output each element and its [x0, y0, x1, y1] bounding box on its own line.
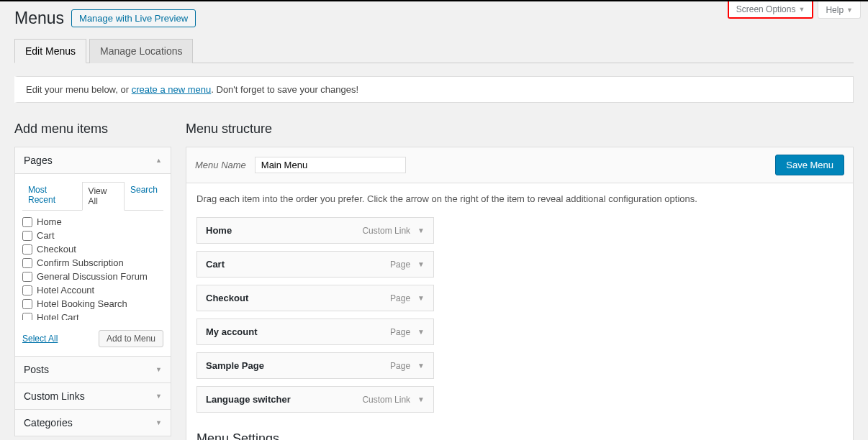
chevron-down-icon[interactable]: ▼ [417, 362, 425, 370]
pages-list[interactable]: HomeCartCheckoutConfirm SubscriptionGene… [22, 215, 163, 320]
page-row: Hotel Account [22, 283, 162, 297]
menu-item-type: Page [390, 293, 410, 303]
instructions-text: Drag each item into the order you prefer… [196, 193, 843, 204]
page-checkbox[interactable] [22, 313, 32, 321]
menu-item-title: Sample Page [206, 360, 390, 371]
chevron-down-icon[interactable]: ▼ [417, 328, 425, 336]
add-to-menu-button[interactable]: Add to Menu [99, 330, 163, 347]
live-preview-button[interactable]: Manage with Live Preview [71, 9, 196, 27]
page-label: Home [37, 216, 62, 227]
page-label: General Discussion Forum [37, 271, 148, 282]
menu-item[interactable]: CartPage▼ [196, 251, 434, 278]
chevron-up-icon: ▲ [155, 157, 162, 164]
add-items-heading: Add menu items [14, 122, 171, 137]
menu-name-input[interactable] [255, 157, 406, 173]
inner-tab-view-all[interactable]: View All [82, 182, 125, 211]
menu-item-title: Checkout [206, 293, 390, 303]
menu-item-type: Page [390, 361, 410, 371]
menu-item[interactable]: My accountPage▼ [196, 318, 434, 345]
tab-manage-locations[interactable]: Manage Locations [89, 39, 193, 63]
chevron-down-icon[interactable]: ▼ [417, 226, 425, 234]
page-checkbox[interactable] [22, 217, 32, 227]
page-checkbox[interactable] [22, 272, 32, 282]
page-row: Hotel Cart [22, 311, 162, 320]
accordion-posts-header[interactable]: Posts ▼ [15, 357, 171, 383]
page-row: Checkout [22, 242, 162, 256]
chevron-down-icon: ▼ [155, 366, 162, 373]
accordion-custom-links-title: Custom Links [24, 390, 85, 402]
screen-options-tab[interactable]: Screen Options ▼ [728, 1, 814, 19]
help-tab[interactable]: Help ▼ [818, 1, 861, 19]
menu-item[interactable]: HomeCustom Link▼ [196, 217, 434, 244]
page-label: Hotel Cart [37, 312, 79, 320]
menu-settings-heading: Menu Settings [196, 431, 843, 440]
accordion-categories-header[interactable]: Categories ▼ [15, 410, 171, 436]
menu-item-title: Language switcher [206, 394, 362, 405]
chevron-down-icon: ▼ [846, 6, 853, 14]
chevron-down-icon: ▼ [155, 393, 162, 400]
accordion-categories-title: Categories [24, 417, 73, 428]
page-label: Confirm Subscription [37, 257, 124, 268]
menu-item-type: Custom Link [362, 226, 410, 236]
page-row: Home [22, 215, 162, 229]
page-checkbox[interactable] [22, 258, 32, 268]
menu-item[interactable]: CheckoutPage▼ [196, 285, 434, 311]
select-all-link[interactable]: Select All [22, 334, 58, 344]
page-label: Hotel Booking Search [37, 298, 127, 309]
menu-name-label: Menu Name [195, 160, 246, 170]
chevron-down-icon[interactable]: ▼ [417, 294, 425, 302]
page-label: Hotel Account [37, 285, 94, 295]
notice-box: Edit your menu below, or create a new me… [14, 76, 854, 103]
help-label: Help [826, 5, 844, 15]
accordion-custom-links-header[interactable]: Custom Links ▼ [15, 383, 171, 410]
tab-edit-menus[interactable]: Edit Menus [14, 39, 86, 63]
save-menu-button[interactable]: Save Menu [775, 155, 844, 175]
page-row: Confirm Subscription [22, 256, 162, 270]
page-title: Menus [14, 9, 64, 28]
menu-item-type: Page [390, 260, 410, 270]
page-checkbox[interactable] [22, 231, 32, 241]
menu-item-title: My account [206, 326, 390, 337]
inner-tab-search[interactable]: Search [125, 181, 163, 210]
page-label: Cart [37, 230, 55, 241]
chevron-down-icon[interactable]: ▼ [417, 395, 425, 403]
chevron-down-icon: ▼ [798, 6, 805, 13]
accordion-pages-title: Pages [24, 155, 53, 166]
menu-item-title: Home [206, 225, 362, 236]
notice-prefix: Edit your menu below, or [26, 84, 132, 95]
notice-suffix: . Don't forget to save your changes! [211, 84, 358, 95]
page-checkbox[interactable] [22, 244, 32, 255]
menu-structure-heading: Menu structure [186, 122, 854, 137]
menu-item-type: Page [390, 327, 410, 337]
page-row: Cart [22, 229, 162, 242]
accordion-posts-title: Posts [24, 364, 49, 375]
create-menu-link[interactable]: create a new menu [132, 84, 212, 95]
inner-tab-recent[interactable]: Most Recent [22, 181, 82, 210]
page-label: Checkout [37, 244, 76, 255]
chevron-down-icon[interactable]: ▼ [417, 260, 425, 268]
menu-item-title: Cart [206, 259, 390, 270]
menu-item-type: Custom Link [362, 395, 410, 405]
menu-item[interactable]: Sample PagePage▼ [196, 352, 434, 379]
screen-options-label: Screen Options [736, 4, 796, 14]
accordion-pages-header[interactable]: Pages ▲ [15, 147, 171, 174]
page-checkbox[interactable] [22, 285, 32, 295]
page-row: General Discussion Forum [22, 270, 162, 283]
menu-item[interactable]: Language switcherCustom Link▼ [196, 386, 434, 413]
page-row: Hotel Booking Search [22, 297, 162, 311]
chevron-down-icon: ▼ [155, 419, 162, 426]
page-checkbox[interactable] [22, 299, 32, 309]
